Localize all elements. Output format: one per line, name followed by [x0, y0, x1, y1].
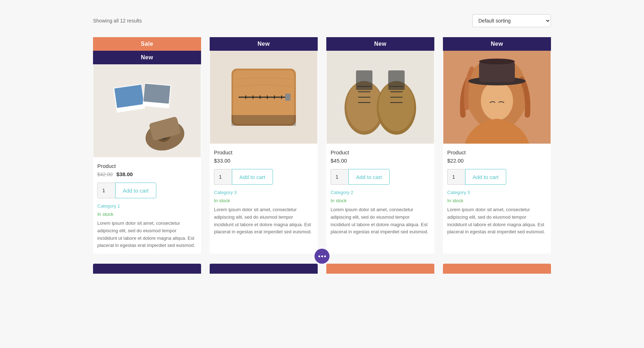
add-to-cart-button-2[interactable]: Add to cart	[232, 169, 273, 185]
in-stock-4: In stock	[447, 198, 547, 203]
product-category-1[interactable]: Category 1	[97, 203, 197, 209]
page-wrapper: Showing all 12 results Default sorting S…	[72, 0, 572, 288]
svg-rect-21	[231, 115, 296, 126]
badge-row-1: Sale New	[93, 37, 201, 64]
showing-results: Showing all 12 results	[93, 18, 142, 24]
add-to-cart-row-2: Add to cart	[214, 169, 313, 185]
product-category-2[interactable]: Category 3	[214, 190, 313, 195]
scroll-indicator	[93, 249, 551, 264]
badge-row-2: New	[210, 37, 318, 51]
product-price-4: $22.00	[447, 158, 547, 164]
product-name-1: Product	[97, 163, 197, 169]
in-stock-3: In stock	[331, 198, 430, 203]
products-grid-bottom	[93, 264, 551, 274]
top-bar: Showing all 12 results Default sorting S…	[93, 14, 551, 27]
product-image-2	[210, 51, 318, 144]
product-info-2: Product $33.00 Add to cart Category 3 In…	[210, 144, 318, 240]
product-description-3: Lorem ipsum dolor sit amet, consectetur …	[331, 206, 430, 236]
add-to-cart-button-3[interactable]: Add to cart	[348, 169, 390, 185]
add-to-cart-button-1[interactable]: Add to cart	[115, 183, 156, 198]
product-card-3: New	[326, 37, 434, 254]
product-price-1: $42.00 $38.00	[97, 171, 197, 178]
qty-input-3[interactable]	[331, 169, 348, 185]
product-info-3: Product $45.00 Add to cart Category 2 In…	[326, 144, 434, 240]
price-single-2: $33.00	[214, 158, 230, 164]
qty-input-4[interactable]	[447, 169, 465, 185]
product-price-2: $33.00	[214, 158, 313, 164]
new-badge-3: New	[326, 37, 434, 51]
add-to-cart-row-1: Add to cart	[97, 183, 197, 198]
product-info-1: Product $42.00 $38.00 Add to cart Catego…	[93, 157, 201, 254]
product-name-2: Product	[214, 149, 313, 155]
dot-1	[318, 255, 320, 257]
price-single-4: $22.00	[447, 158, 464, 164]
add-to-cart-button-4[interactable]: Add to cart	[465, 169, 506, 185]
new-badge-2: New	[210, 37, 318, 51]
new-badge-4: New	[443, 37, 551, 51]
add-to-cart-row-4: Add to cart	[447, 169, 547, 185]
new-badge-1: New	[93, 51, 201, 64]
dot-3	[324, 255, 326, 257]
add-to-cart-row-3: Add to cart	[331, 169, 430, 185]
svg-rect-36	[388, 70, 405, 90]
product-image-3	[326, 51, 434, 144]
product-description-1: Lorem ipsum dolor sit amet, consectetur …	[97, 220, 197, 249]
svg-rect-35	[356, 70, 372, 90]
qty-input-1[interactable]	[97, 183, 115, 198]
sorting-select[interactable]: Default sorting Sort by popularity Sort …	[472, 14, 551, 27]
qty-input-2[interactable]	[214, 169, 232, 185]
badge-row-3: New	[326, 37, 434, 51]
product-card-1: Sale New	[93, 37, 201, 254]
product-card-4: New	[443, 37, 551, 254]
scroll-more-button[interactable]	[314, 249, 330, 264]
svg-point-39	[481, 81, 513, 120]
product-name-4: Product	[447, 149, 547, 155]
bottom-card-2	[210, 264, 318, 274]
product-image-4	[443, 51, 551, 144]
bottom-card-1	[93, 264, 201, 274]
in-stock-2: In stock	[214, 198, 313, 203]
product-price-3: $45.00	[331, 158, 430, 164]
product-category-3[interactable]: Category 2	[331, 190, 430, 195]
svg-rect-2	[114, 85, 144, 108]
sale-badge: Sale	[93, 37, 201, 51]
badge-row-4: New	[443, 37, 551, 51]
in-stock-1: In stock	[97, 212, 197, 217]
price-single-3: $45.00	[331, 158, 347, 164]
dot-2	[321, 255, 323, 257]
price-current-1: $38.00	[116, 171, 133, 177]
product-image-1	[93, 64, 201, 157]
svg-rect-41	[479, 61, 515, 82]
svg-rect-4	[143, 84, 170, 104]
product-name-3: Product	[331, 149, 430, 155]
price-original-1: $42.00	[97, 171, 113, 177]
product-description-4: Lorem ipsum dolor sit amet, consectetur …	[447, 206, 547, 236]
svg-point-42	[479, 59, 515, 64]
bottom-card-4	[443, 264, 551, 274]
product-category-4[interactable]: Category 3	[447, 190, 547, 195]
product-info-4: Product $22.00 Add to cart Category 3 In…	[443, 144, 551, 240]
product-description-2: Lorem ipsum dolor sit amet, consectetur …	[214, 206, 313, 236]
products-grid: Sale New	[93, 37, 551, 254]
bottom-card-3	[326, 264, 434, 274]
product-card-2: New	[210, 37, 318, 254]
svg-rect-20	[285, 94, 291, 101]
